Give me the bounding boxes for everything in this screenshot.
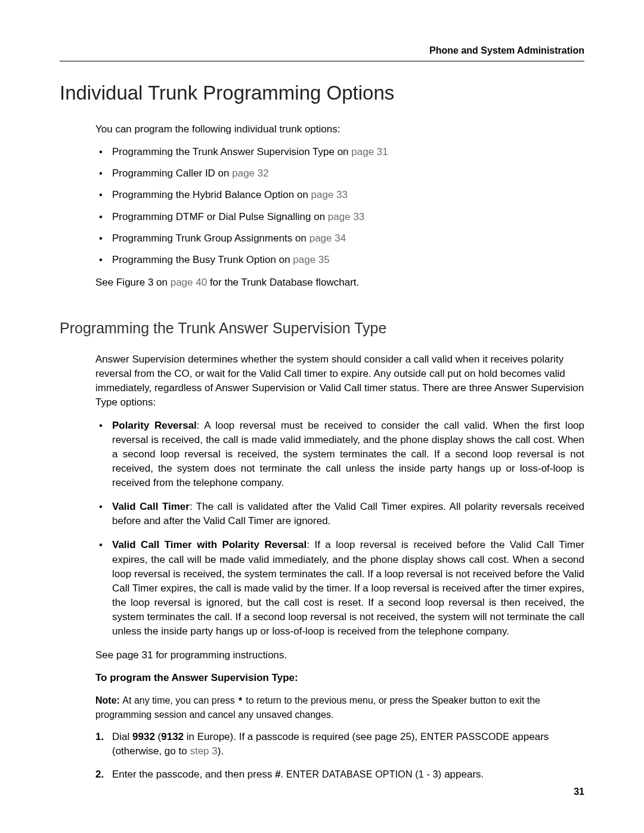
page-reference-link[interactable]: page 33	[328, 211, 364, 222]
instructions-heading: To program the Answer Supervision Type:	[95, 671, 584, 685]
page-reference-link[interactable]: page 33	[311, 189, 348, 200]
step-text: (	[155, 731, 161, 742]
subsection-body: Answer Supervision determines whether th…	[95, 352, 584, 782]
see-figure-after: for the Trunk Database flowchart.	[207, 277, 359, 288]
step-text: in Europe). If a passcode is required (s…	[184, 731, 420, 742]
note: Note: At any time, you can press * to re…	[95, 694, 584, 722]
toc-item: Programming the Hybrid Balance Option on…	[95, 188, 584, 202]
page-reference-link[interactable]: page 34	[309, 233, 346, 244]
toc-text: Programming the Trunk Answer Supervision…	[112, 146, 351, 157]
option-desc: : If a loop reversal is received before …	[112, 539, 584, 637]
step-item: Enter the passcode, and then press #. EN…	[95, 767, 584, 782]
step-text: ).	[218, 745, 224, 757]
toc-text: Programming DTMF or Dial Pulse Signallin…	[112, 211, 328, 222]
display-code: ENTER PASSCODE	[420, 732, 509, 742]
step-text: Dial	[112, 731, 132, 742]
asterisk-key-icon: *	[237, 696, 243, 707]
dial-code-eu: 9132	[161, 731, 184, 742]
toc-text: Programming the Hybrid Balance Option on	[112, 189, 311, 200]
note-label: Note:	[95, 695, 122, 705]
see-figure-before: See Figure 3 on	[95, 277, 171, 288]
page-number: 31	[574, 786, 584, 797]
page-header: Phone and System Administration	[60, 45, 584, 61]
option-list: Polarity Reversal: A loop reversal must …	[95, 419, 584, 639]
toc-text: Programming Caller ID on	[112, 168, 232, 179]
section-heading: Individual Trunk Programming Options	[60, 82, 584, 104]
page-reference-link[interactable]: page 35	[293, 254, 329, 265]
section-intro: You can program the following individual…	[95, 122, 584, 137]
see-figure-line: See Figure 3 on page 40 for the Trunk Da…	[95, 275, 584, 290]
display-code: ENTER DATABASE OPTION (1 - 3)	[286, 769, 441, 779]
toc-item: Programming Trunk Group Assignments on p…	[95, 231, 584, 246]
option-name: Valid Call Timer with Polarity Reversal	[112, 539, 306, 550]
page-reference-link[interactable]: page 40	[171, 277, 207, 288]
page-reference-link[interactable]: page 31	[351, 146, 388, 157]
page-reference-link[interactable]: page 32	[232, 168, 268, 179]
toc-item: Programming the Busy Trunk Option on pag…	[95, 253, 584, 267]
see-instructions: See page 31 for programming instructions…	[95, 648, 584, 662]
section-body: You can program the following individual…	[95, 122, 584, 290]
option-name: Polarity Reversal	[112, 420, 197, 431]
toc-text: Programming the Busy Trunk Option on	[112, 254, 293, 265]
toc-text: Programming Trunk Group Assignments on	[112, 233, 309, 244]
document-page: Phone and System Administration Individu…	[0, 0, 644, 833]
pound-key: #	[275, 769, 280, 780]
option-name: Valid Call Timer	[112, 501, 190, 512]
steps-list: Dial 9932 (9132 in Europe). If a passcod…	[95, 730, 584, 781]
step-item: Dial 9932 (9132 in Europe). If a passcod…	[95, 730, 584, 758]
step-reference-link[interactable]: step 3	[190, 745, 217, 757]
toc-list: Programming the Trunk Answer Supervision…	[95, 145, 584, 267]
subsection-heading: Programming the Trunk Answer Supervision…	[60, 320, 584, 337]
option-item: Polarity Reversal: A loop reversal must …	[95, 419, 584, 491]
toc-item: Programming the Trunk Answer Supervision…	[95, 145, 584, 159]
toc-item: Programming Caller ID on page 32	[95, 166, 584, 181]
subsection-intro: Answer Supervision determines whether th…	[95, 352, 584, 410]
step-text: Enter the passcode, and then press	[112, 769, 275, 780]
toc-item: Programming DTMF or Dial Pulse Signallin…	[95, 210, 584, 224]
dial-code: 9932	[132, 731, 155, 742]
option-item: Valid Call Timer: The call is validated …	[95, 500, 584, 528]
option-item: Valid Call Timer with Polarity Reversal:…	[95, 538, 584, 639]
step-text: appears.	[441, 769, 484, 780]
step-text: .	[281, 769, 286, 780]
note-before: At any time, you can press	[122, 695, 237, 705]
